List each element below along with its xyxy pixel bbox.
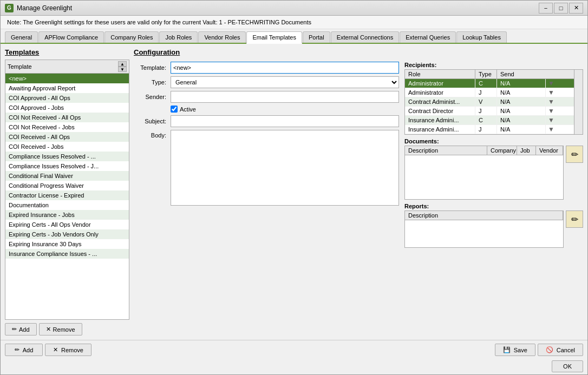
td-dropdown-arrow[interactable]: ▼ bbox=[546, 116, 557, 124]
maximize-button[interactable]: □ bbox=[554, 3, 568, 14]
list-item[interactable]: Expiring Certs - All Ops Vendor bbox=[5, 220, 129, 229]
recipients-header: Role Type Send bbox=[405, 70, 574, 79]
list-item[interactable]: Conditional Progress Waiver bbox=[5, 181, 129, 190]
list-item[interactable]: COI Approved - Jobs bbox=[5, 103, 129, 113]
scroll-down-button[interactable]: ▼ bbox=[118, 67, 127, 72]
reports-label: Reports: bbox=[404, 203, 583, 209]
minimize-button[interactable]: − bbox=[539, 3, 553, 14]
remove-label: Remove bbox=[53, 326, 75, 333]
list-item[interactable]: Insurance Compliance Issues - ... bbox=[5, 249, 129, 259]
td-type: J bbox=[475, 88, 497, 97]
tab-job-roles[interactable]: Job Roles bbox=[159, 31, 198, 43]
ok-button[interactable]: OK bbox=[552, 360, 583, 372]
add-template-button[interactable]: ✏ Add bbox=[5, 323, 37, 335]
td-type: C bbox=[475, 79, 497, 88]
cancel-label: Cancel bbox=[557, 347, 575, 353]
bottom-remove-button[interactable]: ✕ Remove bbox=[45, 344, 92, 356]
th-send: Send bbox=[497, 70, 557, 78]
td-send: N/A bbox=[497, 125, 546, 134]
list-item[interactable]: COI Not Received - Jobs bbox=[5, 122, 129, 132]
list-item[interactable]: COI Approved - All Ops bbox=[5, 93, 129, 103]
tab-portal[interactable]: Portal bbox=[303, 31, 330, 43]
list-item[interactable]: COI Received - All Ops bbox=[5, 132, 129, 142]
documents-label: Documents: bbox=[404, 138, 583, 144]
tab-email-templates[interactable]: Email Templates bbox=[246, 31, 302, 44]
td-dropdown-arrow[interactable]: ▼ bbox=[546, 97, 557, 106]
recipients-scrollbar[interactable] bbox=[574, 70, 583, 134]
active-row: Active bbox=[171, 106, 399, 113]
td-send: N/A bbox=[497, 116, 546, 124]
reports-edit-button[interactable]: ✏ bbox=[566, 210, 583, 228]
body-textarea[interactable] bbox=[171, 130, 399, 206]
list-item[interactable]: COI Not Received - All Ops bbox=[5, 113, 129, 122]
tab-company-roles[interactable]: Company Roles bbox=[104, 31, 159, 43]
type-label: Type: bbox=[134, 79, 166, 85]
list-item[interactable]: Expiring Insurance 30 Days bbox=[5, 239, 129, 249]
subject-input[interactable] bbox=[171, 115, 399, 127]
cancel-button[interactable]: 🚫 Cancel bbox=[538, 344, 583, 356]
td-dropdown-arrow[interactable]: ▼ bbox=[546, 107, 557, 115]
save-label: Save bbox=[514, 347, 527, 353]
template-row: Template: bbox=[134, 62, 399, 74]
documents-edit-button[interactable]: ✏ bbox=[566, 146, 583, 163]
td-type: V bbox=[475, 97, 497, 106]
list-item[interactable]: Documentation bbox=[5, 200, 129, 210]
td-dropdown-arrow[interactable]: ▼ bbox=[546, 79, 557, 88]
active-checkbox[interactable] bbox=[171, 106, 178, 113]
td-dropdown-arrow[interactable]: ▼ bbox=[546, 88, 557, 97]
list-item[interactable]: Conditional Final Waiver bbox=[5, 171, 129, 181]
sender-row: Sender: bbox=[134, 91, 399, 103]
app-icon: G bbox=[5, 4, 14, 12]
table-row[interactable]: Insurance Admini... C N/A ▼ bbox=[405, 116, 574, 125]
list-item[interactable]: Compliance Issues Resolved - J... bbox=[5, 161, 129, 171]
config-title: Configuration bbox=[134, 48, 583, 56]
reports-table: Description bbox=[404, 210, 564, 248]
bottom-remove-icon: ✕ bbox=[53, 346, 58, 353]
list-item[interactable]: Compliance Issues Resolved - ... bbox=[5, 152, 129, 161]
th-role: Role bbox=[405, 70, 475, 78]
list-item[interactable]: Expired Insurance - Jobs bbox=[5, 210, 129, 220]
td-role: Contract Director bbox=[405, 107, 475, 115]
table-row[interactable]: Contract Administ... V N/A ▼ bbox=[405, 97, 574, 107]
sender-input[interactable] bbox=[171, 91, 399, 103]
tab-apflow[interactable]: APFlow Compliance bbox=[38, 31, 104, 43]
body-label: Body: bbox=[134, 130, 166, 139]
add-label: Add bbox=[19, 326, 30, 333]
note-bar: Note: The Greenlight settings for these … bbox=[1, 16, 587, 29]
td-role: Administrator bbox=[405, 88, 475, 97]
table-row[interactable]: Administrator C N/A ▼ bbox=[405, 79, 574, 88]
list-item[interactable]: Awaiting Approval Report bbox=[5, 83, 129, 93]
table-row[interactable]: Contract Director J N/A ▼ bbox=[405, 107, 574, 116]
td-type: J bbox=[475, 107, 497, 115]
th-type: Type bbox=[475, 70, 497, 78]
reports-body bbox=[405, 220, 563, 247]
list-item[interactable]: Contractor License - Expired bbox=[5, 190, 129, 200]
save-button[interactable]: 💾 Save bbox=[495, 344, 535, 356]
tab-general[interactable]: General bbox=[5, 31, 38, 43]
close-button[interactable]: ✕ bbox=[569, 3, 583, 14]
reports-section: Reports: Description ✏ bbox=[404, 203, 583, 248]
reports-table-wrapper: Description ✏ bbox=[404, 210, 583, 248]
scroll-up-button[interactable]: ▲ bbox=[118, 61, 127, 67]
list-item[interactable]: <new> bbox=[5, 74, 129, 83]
dth-job: Job bbox=[517, 146, 536, 155]
table-row[interactable]: Insurance Admini... J N/A ▼ bbox=[405, 125, 574, 134]
recipients-table-inner: Role Type Send Administrator C N/A bbox=[405, 70, 574, 134]
template-list: <new> Awaiting Approval Report COI Appro… bbox=[5, 74, 129, 319]
list-item[interactable]: COI Received - Jobs bbox=[5, 142, 129, 152]
tab-external-connections[interactable]: External Connections bbox=[331, 31, 400, 43]
td-dropdown-arrow[interactable]: ▼ bbox=[546, 125, 557, 134]
tab-external-queries[interactable]: External Queries bbox=[400, 31, 456, 43]
table-row[interactable]: Administrator J N/A ▼ bbox=[405, 88, 574, 97]
type-select[interactable]: General Approval Notification bbox=[171, 76, 399, 88]
remove-template-button[interactable]: ✕ Remove bbox=[39, 323, 82, 335]
documents-header: Description Company Job Vendor bbox=[405, 146, 563, 155]
tab-lookup-tables[interactable]: Lookup Tables bbox=[456, 31, 507, 43]
type-row: Type: General Approval Notification bbox=[134, 76, 399, 88]
bottom-add-button[interactable]: ✏ Add bbox=[5, 344, 43, 356]
list-item[interactable]: Expiring Certs - Job Vendors Only bbox=[5, 229, 129, 239]
add-pencil-icon: ✏ bbox=[12, 326, 17, 333]
template-list-header: Template ▲ ▼ bbox=[5, 60, 129, 74]
template-input[interactable] bbox=[171, 62, 399, 74]
tab-vendor-roles[interactable]: Vendor Roles bbox=[198, 31, 246, 43]
